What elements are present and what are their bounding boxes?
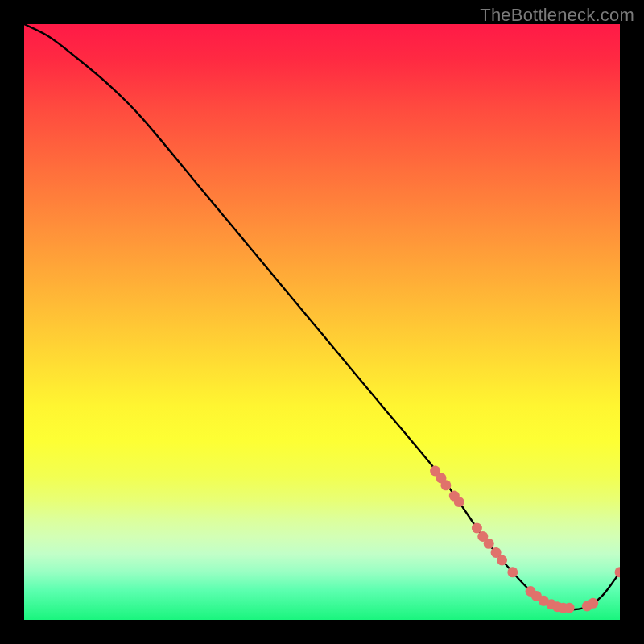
data-marker — [440, 480, 451, 490]
plot-area — [24, 24, 620, 620]
data-marker — [472, 523, 482, 534]
data-marker — [507, 567, 518, 577]
data-marker — [588, 598, 598, 609]
chart-frame: TheBottleneck.com — [0, 0, 644, 644]
curve-svg — [24, 24, 620, 620]
data-marker — [484, 539, 494, 549]
data-marker — [615, 567, 621, 577]
watermark-text: TheBottleneck.com — [480, 5, 634, 26]
main-curve — [24, 24, 620, 609]
data-marker — [564, 603, 575, 613]
curve-markers — [430, 466, 620, 613]
data-marker — [454, 497, 464, 507]
data-marker — [497, 555, 507, 566]
